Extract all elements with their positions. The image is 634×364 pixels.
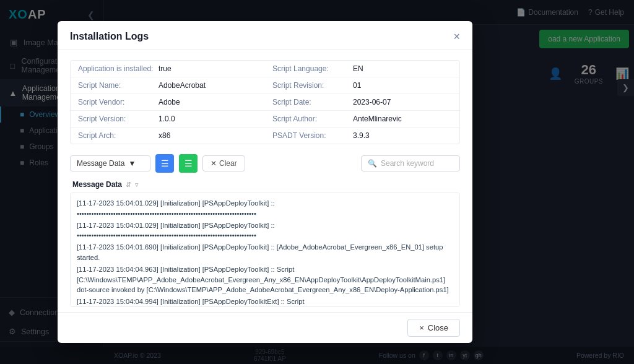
info-row-arch: Script Arch: x86	[71, 128, 265, 144]
chevron-down-icon: ▼	[128, 159, 136, 168]
info-col-right: Script Language: EN Script Revision: 01 …	[265, 61, 459, 144]
filter-icon: ▿	[135, 181, 139, 189]
clear-button[interactable]: ✕ Clear	[202, 155, 245, 171]
info-col-left: Application is installed: true Script Na…	[71, 61, 265, 144]
info-row-installed: Application is installed: true	[71, 61, 265, 77]
close-icon: ×	[419, 323, 424, 332]
arch-value: x86	[158, 131, 170, 140]
log-entry: [11-17-2023 15:04:01.029] [Initializatio…	[77, 220, 453, 241]
log-entries: [11-17-2023 15:04:01.029] [Initializatio…	[70, 193, 460, 307]
copy-button[interactable]: ☰	[155, 154, 174, 173]
close-label: Close	[428, 323, 448, 332]
info-row-psadt: PSADT Version: 3.9.3	[265, 128, 459, 144]
log-entry: [11-17-2023 15:04:04.994] [Initializatio…	[77, 297, 453, 307]
log-entry: [11-17-2023 15:04:01.690] [Initializatio…	[77, 242, 453, 263]
log-entry: [11-17-2023 15:04:01.029] [Initializatio…	[77, 198, 453, 219]
script-language-label: Script Language:	[272, 64, 353, 73]
author-value: AnteMlinarevic	[353, 115, 402, 123]
author-label: Script Author:	[272, 115, 353, 123]
installation-logs-modal: Installation Logs × Application is insta…	[58, 21, 472, 343]
excel-export-button[interactable]: ☰	[179, 154, 198, 173]
sort-icon: ⇵	[126, 181, 131, 189]
search-icon: 🔍	[368, 159, 377, 168]
log-entry: [11-17-2023 15:04:04.963] [Initializatio…	[77, 264, 453, 295]
modal-overlay: Installation Logs × Application is insta…	[0, 0, 634, 364]
close-modal-button[interactable]: × Close	[407, 319, 460, 337]
dropdown-label: Message Data	[77, 159, 124, 168]
info-row-script-language: Script Language: EN	[265, 61, 459, 77]
script-revision-label: Script Revision:	[272, 81, 353, 90]
psadt-value: 3.9.3	[353, 131, 370, 140]
script-name-value: AdobeAcrobat	[158, 81, 206, 90]
message-data-dropdown[interactable]: Message Data ▼	[70, 155, 150, 171]
excel-icon: ☰	[185, 158, 193, 168]
modal-footer: × Close	[58, 312, 472, 343]
search-placeholder: Search keyword	[381, 159, 434, 168]
script-language-value: EN	[353, 64, 363, 73]
clear-icon: ✕	[211, 159, 217, 168]
psadt-label: PSADT Version:	[272, 131, 353, 140]
script-name-label: Script Name:	[78, 81, 158, 90]
search-box[interactable]: 🔍 Search keyword	[361, 155, 460, 171]
info-row-version: Script Version: 1.0.0	[71, 111, 265, 128]
info-row-author: Script Author: AnteMlinarevic	[265, 111, 459, 128]
copy-icon: ☰	[161, 158, 169, 168]
info-row-script-date: Script Date: 2023-06-07	[265, 94, 459, 111]
script-date-label: Script Date:	[272, 98, 353, 106]
modal-body: Application is installed: true Script Na…	[58, 50, 472, 312]
vendor-label: Script Vendor:	[78, 98, 158, 106]
version-label: Script Version:	[78, 115, 158, 123]
log-toolbar: Message Data ▼ ☰ ☰ ✕ Clear 🔍 Search keyw…	[70, 154, 460, 173]
info-grid: Application is installed: true Script Na…	[70, 60, 460, 144]
info-row-script-name: Script Name: AdobeAcrobat	[71, 77, 265, 94]
info-row-script-revision: Script Revision: 01	[265, 77, 459, 94]
modal-close-button[interactable]: ×	[453, 31, 460, 42]
table-column-label: Message Data	[72, 180, 122, 189]
info-row-vendor: Script Vendor: Adobe	[71, 94, 265, 111]
log-table-header: Message Data ⇵ ▿	[70, 180, 460, 189]
version-value: 1.0.0	[158, 115, 175, 123]
clear-label: Clear	[219, 159, 237, 168]
modal-title: Installation Logs	[70, 31, 149, 42]
arch-label: Script Arch:	[78, 131, 158, 140]
modal-header: Installation Logs ×	[58, 21, 472, 50]
installed-value: true	[158, 64, 172, 73]
script-date-value: 2023-06-07	[353, 98, 391, 106]
installed-label: Application is installed:	[78, 64, 158, 73]
script-revision-value: 01	[353, 81, 361, 90]
vendor-value: Adobe	[158, 98, 180, 106]
